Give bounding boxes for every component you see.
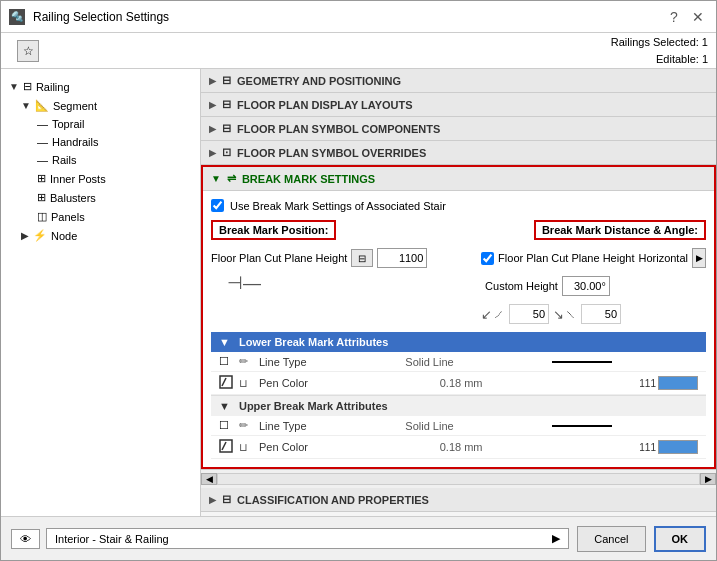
lower-color-swatch[interactable] (658, 376, 698, 390)
custom-height-checkbox[interactable] (481, 252, 494, 265)
sidebar-item-rails[interactable]: — Rails (1, 151, 200, 169)
classification-header[interactable]: ▶ ⊟ CLASSIFICATION AND PROPERTIES (201, 488, 716, 512)
segment-icon: 📐 (35, 99, 49, 112)
lower-pen-color-row: ⊔ Pen Color 0.18 mm 11 1 (211, 372, 706, 396)
break-mark-header[interactable]: ▼ ⇌ BREAK MARK SETTINGS (203, 167, 714, 191)
title-bar: 🔩 Railing Selection Settings ? ✕ (1, 1, 716, 33)
sidebar-item-segment[interactable]: ▼ 📐 Segment (1, 96, 200, 115)
floor-plan-display-arrow: ▶ (209, 100, 216, 110)
bottom-bar: 👁 Interior - Stair & Railing ▶ Cancel OK (1, 516, 716, 560)
upper-attr-header-row: ▼ Upper Break Mark Attributes (211, 396, 706, 417)
selection-info: Railings Selected: 1 Editable: 1 (611, 34, 708, 67)
floor-plan-display-header[interactable]: ▶ ⊟ FLOOR PLAN DISPLAY LAYOUTS (201, 93, 716, 117)
upper-line-type-row: ☐ ✏ Line Type Solid Line (211, 416, 706, 436)
toprail-icon: — (37, 118, 48, 130)
break-mark-position-label: Break Mark Position: (211, 220, 336, 240)
help-button[interactable]: ? (664, 7, 684, 27)
sidebar-label-handrails: Handrails (52, 136, 98, 148)
scroll-right-btn[interactable]: ▶ (700, 473, 716, 485)
favorites-button[interactable]: ☆ (17, 40, 39, 62)
break-value-2[interactable] (581, 304, 621, 324)
custom-height-label: Custom Height (485, 280, 558, 292)
upper-color-swatch[interactable] (658, 440, 698, 454)
cut-plane-icon-btn[interactable]: ⊟ (351, 249, 373, 267)
floor-plan-symbol-icon: ⊟ (222, 122, 231, 135)
svg-line-3 (222, 442, 226, 450)
view-label: Interior - Stair & Railing (55, 533, 169, 545)
lower-line-checkbox: ☐ (219, 355, 239, 368)
title-bar-controls: ? ✕ (664, 7, 708, 27)
railings-selected: Railings Selected: 1 (611, 34, 708, 51)
horizontal-scrollbar[interactable] (217, 473, 700, 485)
sidebar-item-panels[interactable]: ◫ Panels (1, 207, 200, 226)
view-dropdown[interactable]: Interior - Stair & Railing ▶ (46, 528, 569, 549)
main-window: 🔩 Railing Selection Settings ? ✕ ☆ Raili… (0, 0, 717, 561)
upper-pen-num: 11 (620, 442, 650, 453)
break-value-1[interactable] (509, 304, 549, 324)
handrails-icon: — (37, 136, 48, 148)
header-bar: ☆ Railings Selected: 1 Editable: 1 (1, 33, 716, 69)
lower-pen-num: 11 (620, 378, 650, 389)
svg-line-1 (222, 378, 226, 386)
classification-icon: ⊟ (222, 493, 231, 506)
content-area: ▶ ⊟ GEOMETRY AND POSITIONING ▶ ⊟ FLOOR P… (201, 69, 716, 516)
break-icons-row: ↙⟋ ↘⟍ (481, 304, 706, 324)
geometry-arrow: ▶ (209, 76, 216, 86)
sidebar-item-toprail[interactable]: — Toprail (1, 115, 200, 133)
ok-button[interactable]: OK (654, 526, 707, 552)
sidebar-item-node[interactable]: ▶ ⚡ Node (1, 226, 200, 245)
upper-attr-header: ▼ Upper Break Mark Attributes (211, 396, 706, 417)
cut-plane-value[interactable] (377, 248, 427, 268)
break-mark-section: ▼ ⇌ BREAK MARK SETTINGS Use Break Mark S… (201, 165, 716, 469)
window-title: Railing Selection Settings (33, 10, 169, 24)
floor-plan-symbol-header[interactable]: ▶ ⊟ FLOOR PLAN SYMBOL COMPONENTS (201, 117, 716, 141)
sidebar-item-inner-posts[interactable]: ⊞ Inner Posts (1, 169, 200, 188)
floor-plan-cut-label-2: Floor Plan Cut Plane Height (498, 252, 634, 264)
lower-line-edit-icon: ✏ (239, 355, 259, 368)
lower-pen-color-label: Pen Color (259, 377, 440, 389)
sidebar-item-balusters[interactable]: ⊞ Balusters (1, 188, 200, 207)
dropdown-arrow: ▶ (552, 532, 560, 545)
bottom-left: 👁 Interior - Stair & Railing ▶ (11, 528, 569, 549)
svg-rect-2 (220, 440, 232, 452)
geometry-icon: ⊟ (222, 74, 231, 87)
break-mark-arrow: ▼ (211, 173, 221, 184)
eye-icon-button[interactable]: 👁 (11, 529, 40, 549)
sidebar-item-railing[interactable]: ▼ ⊟ Railing (1, 77, 200, 96)
floor-plan-symbol-label: FLOOR PLAN SYMBOL COMPONENTS (237, 123, 440, 135)
upper-pen-checkbox (219, 439, 239, 455)
sidebar-item-handrails[interactable]: — Handrails (1, 133, 200, 151)
editable-count: Editable: 1 (611, 51, 708, 68)
break-mark-label: BREAK MARK SETTINGS (242, 173, 375, 185)
use-break-mark-checkbox[interactable] (211, 199, 224, 212)
lower-pen-color-value: 0.18 mm (440, 377, 621, 389)
sidebar-label-panels: Panels (51, 211, 85, 223)
main-content: ▼ ⊟ Railing ▼ 📐 Segment — Toprail — Hand… (1, 69, 716, 516)
classification-arrow: ▶ (209, 495, 216, 505)
cut-plane-right: Floor Plan Cut Plane Height Horizontal ▶… (481, 248, 706, 324)
lower-line-sample (552, 361, 612, 363)
geometry-section-header[interactable]: ▶ ⊟ GEOMETRY AND POSITIONING (201, 69, 716, 93)
custom-height-input[interactable] (562, 276, 610, 296)
geometry-label: GEOMETRY AND POSITIONING (237, 75, 401, 87)
sidebar: ▼ ⊟ Railing ▼ 📐 Segment — Toprail — Hand… (1, 69, 201, 516)
expand-arrow: ▼ (21, 100, 31, 111)
expand-arrow: ▶ (21, 230, 29, 241)
lower-swatch-num: 1 (650, 378, 656, 389)
break-icon-left: ↙⟋ (481, 307, 505, 322)
break-icon-right: ↘⟍ (553, 307, 577, 322)
cancel-button[interactable]: Cancel (577, 526, 645, 552)
title-bar-left: 🔩 Railing Selection Settings (9, 9, 169, 25)
scroll-left-btn[interactable]: ◀ (201, 473, 217, 485)
cut-icon-row: ⊣— (211, 272, 473, 294)
upper-swatch-num: 1 (650, 442, 656, 453)
floor-plan-override-header[interactable]: ▶ ⊡ FLOOR PLAN SYMBOL OVERRIDES (201, 141, 716, 165)
node-icon: ⚡ (33, 229, 47, 242)
horizontal-arrow-btn[interactable]: ▶ (692, 248, 706, 268)
custom-height-value-row: Custom Height (485, 276, 706, 296)
balusters-icon: ⊞ (37, 191, 46, 204)
sidebar-label-toprail: Toprail (52, 118, 84, 130)
close-button[interactable]: ✕ (688, 7, 708, 27)
upper-pen-icon: ⊔ (239, 441, 259, 454)
attributes-table: ▼ Lower Break Mark Attributes ☐ ✏ Line T… (211, 332, 706, 459)
